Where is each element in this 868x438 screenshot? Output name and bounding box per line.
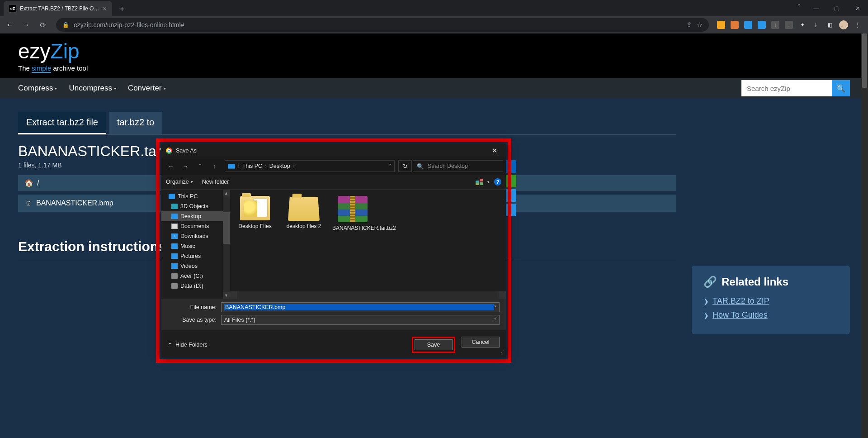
social-share <box>505 160 516 216</box>
site-logo[interactable]: ezyZip <box>18 39 850 63</box>
file-pane-hscroll[interactable] <box>230 291 506 299</box>
page-scrollbar[interactable] <box>861 33 868 438</box>
related-link-howto[interactable]: How To Guides <box>712 310 768 320</box>
profile-avatar[interactable] <box>839 20 848 29</box>
savetype-select[interactable]: All Files (*.*) ˅ <box>221 315 500 325</box>
path-segment-desktop[interactable]: Desktop <box>269 163 290 169</box>
dialog-close-icon[interactable]: ✕ <box>488 145 501 157</box>
scroll-up-icon[interactable]: ▲ <box>223 190 230 196</box>
menu-uncompress[interactable]: Uncompress <box>69 84 116 93</box>
home-icon: 🏠 <box>24 179 33 187</box>
tree-documents[interactable]: Documents <box>161 221 230 231</box>
panel-icon[interactable]: ◧ <box>826 21 834 29</box>
new-folder-button[interactable]: New folder <box>202 179 229 185</box>
tab-extract[interactable]: Extract tar.bz2 file <box>18 112 106 134</box>
folder-desktop-files[interactable]: Desktop FIles <box>235 196 275 230</box>
bookmark-star-icon[interactable]: ☆ <box>697 21 703 29</box>
search-button[interactable]: 🔍 <box>832 80 850 96</box>
file-label: BANANASTICKER.tar.bz2 <box>332 225 373 232</box>
ext-icon-2[interactable] <box>731 21 739 29</box>
ext-icon-1[interactable] <box>717 21 725 29</box>
hide-folders-toggle[interactable]: ⌃ Hide Folders <box>168 342 208 348</box>
tree-downloads[interactable]: Downloads <box>161 231 230 241</box>
search-input[interactable] <box>741 80 832 96</box>
refresh-icon[interactable]: ↻ <box>398 160 412 172</box>
kebab-menu-icon[interactable]: ⋮ <box>854 21 862 29</box>
tab-list-dropdown[interactable]: ˅ <box>797 4 800 10</box>
nav-up-icon[interactable]: ↑ <box>208 160 221 172</box>
social-linkedin[interactable] <box>505 160 516 173</box>
nav-back-icon[interactable]: ← <box>4 19 16 31</box>
social-share-2[interactable] <box>505 175 516 187</box>
resize-grip-icon[interactable]: ⋰ <box>499 350 504 356</box>
search-icon: 🔍 <box>417 163 424 170</box>
share-icon[interactable]: ⇪ <box>686 21 692 29</box>
help-icon[interactable]: ? <box>494 178 501 186</box>
tree-this-pc[interactable]: This PC <box>161 191 230 201</box>
savetype-label: Save as type: <box>168 317 221 323</box>
folder-search[interactable]: 🔍 Search Desktop <box>413 160 503 172</box>
tree-videos[interactable]: Videos <box>161 261 230 271</box>
page-scrollbar-thumb[interactable] <box>862 33 867 88</box>
extensions-puzzle-icon[interactable]: ✦ <box>798 21 807 29</box>
folder-icon <box>171 204 178 209</box>
savetype-value: All Files (*.*) <box>224 317 494 323</box>
ext-icon-3[interactable] <box>744 21 752 29</box>
browser-tab[interactable]: eZ Extract TAR.BZ2 / TBZ2 File Onlin × <box>4 1 112 16</box>
path-dropdown-icon[interactable]: ˅ <box>389 163 392 169</box>
menu-compress[interactable]: Compress <box>18 84 57 93</box>
social-share-4[interactable] <box>505 204 516 216</box>
sidebar-scrollbar[interactable]: ▲ ▼ <box>223 190 230 299</box>
social-share-3[interactable] <box>505 189 516 202</box>
view-dropdown-icon[interactable]: ▾ <box>487 180 490 184</box>
tree-music[interactable]: Music <box>161 241 230 251</box>
tab-close-icon[interactable]: × <box>103 5 107 12</box>
savetype-dropdown-icon[interactable]: ˅ <box>494 318 496 323</box>
new-tab-button[interactable]: + <box>116 3 128 15</box>
nav-recent-dropdown[interactable]: ˅ <box>193 160 207 172</box>
window-minimize[interactable]: — <box>806 0 826 16</box>
window-close[interactable]: ✕ <box>847 0 868 16</box>
tree-desktop[interactable]: Desktop <box>161 211 230 221</box>
filename-dropdown-icon[interactable]: ˅ <box>494 305 496 310</box>
downloads-icon[interactable]: ⭳ <box>812 21 820 29</box>
nav-reload-icon[interactable]: ⟳ <box>36 19 49 31</box>
nav-forward-icon[interactable]: → <box>179 160 192 172</box>
related-heading: 🔗Related links <box>703 276 838 288</box>
drive-icon <box>171 273 178 279</box>
organize-menu[interactable]: Organize▾ <box>166 179 193 185</box>
tree-pictures[interactable]: Pictures <box>161 251 230 261</box>
lock-icon: 🔒 <box>62 22 69 28</box>
download-arrow-icon[interactable]: ↓ <box>771 21 779 29</box>
file-pane[interactable]: Desktop FIles desktop files 2 BANANASTIC… <box>230 190 506 299</box>
folder-icon <box>240 196 270 220</box>
view-options-icon[interactable] <box>476 179 483 185</box>
menu-converter[interactable]: Converter <box>128 84 166 93</box>
nav-forward-icon[interactable]: → <box>20 19 33 31</box>
sidebar-scroll-thumb[interactable] <box>223 212 230 244</box>
tab-convert[interactable]: tar.bz2 to <box>109 112 162 134</box>
folder-tree: This PC 3D Objects Desktop Documents Dow… <box>161 190 230 299</box>
cancel-button[interactable]: Cancel <box>462 337 500 348</box>
location-path[interactable]: › This PC › Desktop › ˅ <box>225 160 395 172</box>
scroll-down-icon[interactable]: ▼ <box>223 292 230 299</box>
url-text: ezyzip.com/unzip-bz2-files-online.html# <box>74 21 682 29</box>
tab-title: Extract TAR.BZ2 / TBZ2 File Onlin <box>20 5 99 12</box>
tree-label: Pictures <box>180 253 201 259</box>
file-bananasticker-tarbz2[interactable]: BANANASTICKER.tar.bz2 <box>332 196 373 232</box>
pc-icon <box>228 164 235 169</box>
related-link-tarbz2-zip[interactable]: TAR.BZ2 to ZIP <box>712 296 769 306</box>
tree-3d-objects[interactable]: 3D Objects <box>161 201 230 211</box>
path-segment-thispc[interactable]: This PC <box>242 163 262 169</box>
nav-back-icon[interactable]: ← <box>164 160 178 172</box>
save-button[interactable]: Save <box>415 339 453 350</box>
logo-prefix: ezy <box>18 39 51 63</box>
tree-drive-c[interactable]: Acer (C:) <box>161 271 230 281</box>
tree-drive-d[interactable]: Data (D:) <box>161 281 230 291</box>
folder-desktop-files-2[interactable]: desktop files 2 <box>283 196 324 230</box>
address-bar[interactable]: 🔒 ezyzip.com/unzip-bz2-files-online.html… <box>56 18 709 32</box>
filename-input[interactable]: BANANASTICKER.bmp ˅ <box>221 302 500 312</box>
download-arrow-icon-2[interactable]: ↓ <box>785 21 793 29</box>
window-maximize[interactable]: ▢ <box>826 0 847 16</box>
ext-icon-4[interactable] <box>758 21 766 29</box>
